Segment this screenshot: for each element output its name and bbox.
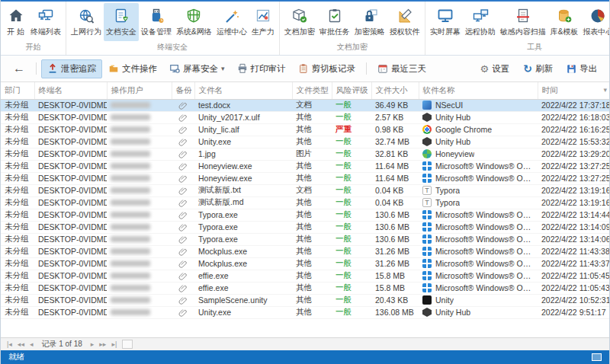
ribbon-item-productivity[interactable]: 生产力	[249, 3, 277, 41]
cell-operator	[107, 306, 172, 318]
operator-user-redacted	[111, 236, 150, 242]
cell-backup[interactable]	[172, 148, 194, 160]
ribbon-group-label: 终端安全	[67, 41, 278, 55]
risk-badge: 一般	[336, 185, 352, 194]
navigator-extra-button[interactable]	[122, 340, 133, 349]
paperclip-icon	[178, 198, 188, 208]
secondary-toolbar: ← 泄密追踪 文件操作 屏幕安全 ▾ 打印审计 剪切板记录 最近三天	[1, 56, 609, 82]
resize-grip-icon[interactable]	[592, 353, 602, 361]
cell-risk: 一般	[332, 136, 371, 148]
print-audit-button[interactable]: 打印审计	[231, 59, 292, 78]
column-header-department[interactable]: 部门	[1, 82, 34, 99]
column-header-filesize[interactable]: 文件大小	[371, 82, 419, 99]
cell-backup[interactable]	[172, 245, 194, 257]
cell-backup[interactable]	[172, 111, 194, 123]
table-row[interactable]: 未分组 DESKTOP-0VIDMDJ Typora.exe 其他 一般 130…	[1, 233, 609, 245]
cell-backup[interactable]	[172, 209, 194, 221]
column-header-software[interactable]: 软件名称	[419, 82, 538, 99]
next-record-button[interactable]: ▸	[91, 340, 95, 348]
cell-backup[interactable]	[172, 123, 194, 136]
screen-security-button[interactable]: 屏幕安全 ▾	[163, 59, 231, 78]
prev-page-button[interactable]: ◂◂	[18, 340, 24, 348]
back-button[interactable]: ←	[7, 60, 31, 77]
prev-record-button[interactable]: ◂	[30, 340, 34, 348]
ribbon-item-library-template[interactable]: 库&模板	[548, 3, 581, 41]
table-row[interactable]: 未分组 DESKTOP-0VIDMDJ SampleScene.unity 其他…	[1, 294, 609, 306]
table-row[interactable]: 未分组 DESKTOP-0VIDMDJ Honeyview.exe 其他 一般 …	[1, 160, 609, 172]
ribbon-item-internet-behavior[interactable]: 上网行为	[69, 3, 104, 41]
column-header-time[interactable]: ▾时间	[538, 82, 609, 99]
ribbon-item-start[interactable]: 开 始	[3, 3, 28, 41]
cell-backup[interactable]	[172, 270, 194, 282]
ribbon-item-remote-assist[interactable]: 远程协助	[463, 3, 498, 41]
table-row[interactable]: 未分组 DESKTOP-0VIDMDJ test.docx 文档 一般 36.4…	[1, 99, 609, 111]
cell-operator	[107, 294, 172, 306]
ribbon-item-document-security[interactable]: 文档安全	[104, 3, 139, 41]
ribbon-item-approval-task[interactable]: 审批任务	[317, 3, 352, 41]
table-row[interactable]: 未分组 DESKTOP-0VIDMDJ Mockplus.exe 其他 一般 3…	[1, 245, 609, 257]
table-row[interactable]: 未分组 DESKTOP-0VIDMDJ 测试新版.md 其他 一般 0.04 K…	[1, 196, 609, 209]
ribbon-item-system-network[interactable]: 系统&网络	[174, 3, 214, 41]
cell-filetype: 其他	[292, 233, 332, 245]
cell-backup[interactable]	[172, 294, 194, 306]
cell-backup[interactable]	[172, 257, 194, 270]
column-header-filetype[interactable]: 文件类型	[292, 82, 332, 99]
table-row[interactable]: 未分组 DESKTOP-0VIDMDJ 测试新版.txt 文档 一般 0.04 …	[1, 184, 609, 196]
column-header-terminal[interactable]: 终端名	[34, 82, 107, 99]
table-row[interactable]: 未分组 DESKTOP-0VIDMDJ effie.exe 其他 一般 15.8…	[1, 282, 609, 294]
app-name: Honeyview	[435, 149, 474, 158]
table-row[interactable]: 未分组 DESKTOP-0VIDMDJ Mockplus.exe 其他 一般 3…	[1, 257, 609, 270]
cell-filetype: 其他	[292, 257, 332, 270]
cell-backup[interactable]	[172, 306, 194, 318]
ribbon-item-realtime-screen[interactable]: 实时屏幕	[428, 3, 463, 41]
file-operations-button[interactable]: 文件操作	[102, 59, 163, 78]
ribbon-item-terminal-list[interactable]: 终端列表	[28, 3, 63, 41]
export-button[interactable]: 导出	[560, 59, 603, 78]
ribbon-item-sensitive-scan[interactable]: 敏感内容扫描	[498, 3, 548, 41]
cell-time: 2022/4/22 13:27:25	[538, 172, 609, 184]
cell-filesize: 0.04 KB	[371, 184, 419, 196]
operator-user-redacted	[111, 260, 150, 267]
cell-backup[interactable]	[172, 160, 194, 172]
table-row[interactable]: 未分组 DESKTOP-0VIDMDJ Unity.exe 其他 一般 32.7…	[1, 136, 609, 148]
table-row[interactable]: 未分组 DESKTOP-0VIDMDJ Honeyview.exe 其他 一般 …	[1, 172, 609, 184]
settings-button[interactable]: ⚙ 设置	[474, 59, 516, 78]
ribbon-item-report-center[interactable]: 报表中心	[580, 3, 609, 41]
refresh-button[interactable]: ↻ 刷新	[517, 59, 559, 78]
terminal-list-icon	[36, 5, 56, 26]
recent-three-days-button[interactable]: 最近三天	[371, 59, 432, 78]
cell-backup[interactable]	[172, 184, 194, 196]
clipboard-record-button[interactable]: 剪切板记录	[292, 59, 362, 78]
column-header-operator[interactable]: 操作用户	[107, 82, 172, 99]
cell-backup[interactable]	[172, 282, 194, 294]
first-record-button[interactable]: |◂	[7, 340, 12, 348]
table-row[interactable]: 未分组 DESKTOP-0VIDMDJ Typora.exe 其他 一般 130…	[1, 209, 609, 221]
ribbon-item-document-encrypt[interactable]: 文档加密	[282, 3, 317, 41]
cell-backup[interactable]	[172, 172, 194, 184]
column-header-risk[interactable]: 风险评级	[332, 82, 371, 99]
table-row[interactable]: 未分组 DESKTOP-0VIDMDJ Unity.exe 其他 一般 136.…	[1, 306, 609, 318]
cell-backup[interactable]	[172, 136, 194, 148]
table-row[interactable]: 未分组 DESKTOP-0VIDMDJ Unity_v2017.x.ulf 其他…	[1, 111, 609, 123]
table-row[interactable]: 未分组 DESKTOP-0VIDMDJ Unity_lic.alf 其他 严重 …	[1, 123, 609, 136]
leak-trace-button[interactable]: 泄密追踪	[41, 59, 102, 78]
ribbon-item-device-management[interactable]: 设备管理	[139, 3, 174, 41]
cell-backup[interactable]	[172, 196, 194, 209]
table-row[interactable]: 未分组 DESKTOP-0VIDMDJ effie.exe 其他 一般 15.8…	[1, 270, 609, 282]
cell-operator	[107, 270, 172, 282]
table-row[interactable]: 未分组 DESKTOP-0VIDMDJ 1.jpg 图片 一般 32.81 KB…	[1, 148, 609, 160]
column-header-filename[interactable]: 文件名	[194, 82, 292, 99]
column-header-backup[interactable]: 备份	[172, 82, 194, 99]
ribbon-item-authorized-software[interactable]: 授权软件	[387, 3, 422, 41]
cell-backup[interactable]	[172, 233, 194, 245]
filter-caret-icon[interactable]: ▾	[603, 86, 607, 94]
cell-backup[interactable]	[172, 221, 194, 233]
last-record-button[interactable]: ▸|	[111, 340, 117, 348]
ribbon-item-encrypt-policy[interactable]: 加密策略	[352, 3, 387, 41]
app-name: Typora	[435, 198, 460, 207]
cell-filename: Unity_lic.alf	[194, 123, 292, 136]
ribbon-item-ops-center[interactable]: 运维中心	[214, 3, 249, 41]
table-row[interactable]: 未分组 DESKTOP-0VIDMDJ Typora.exe 其他 一般 130…	[1, 221, 609, 233]
cell-backup[interactable]	[172, 99, 194, 111]
next-page-button[interactable]: ▸▸	[99, 340, 106, 348]
